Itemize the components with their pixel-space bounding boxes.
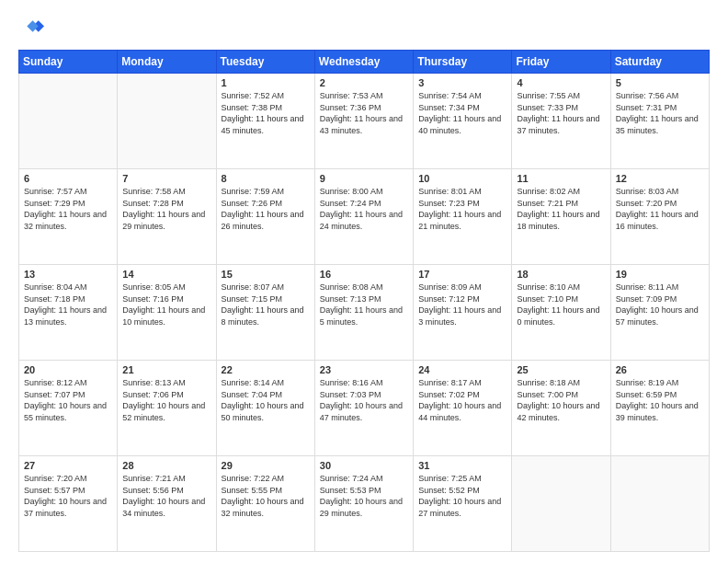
calendar-cell: 10Sunrise: 8:01 AM Sunset: 7:23 PM Dayli… (414, 169, 512, 265)
calendar-week-row: 13Sunrise: 8:04 AM Sunset: 7:18 PM Dayli… (19, 265, 710, 361)
calendar-cell: 22Sunrise: 8:14 AM Sunset: 7:04 PM Dayli… (216, 361, 314, 456)
day-number: 8 (222, 173, 310, 184)
day-number: 24 (418, 364, 506, 375)
day-number: 22 (222, 364, 310, 375)
day-number: 1 (222, 77, 310, 88)
day-info: Sunrise: 7:24 AM Sunset: 5:53 PM Dayligh… (320, 473, 408, 519)
calendar-cell: 7Sunrise: 7:58 AM Sunset: 7:28 PM Daylig… (118, 169, 216, 265)
day-number: 23 (320, 364, 408, 375)
day-number: 11 (517, 173, 605, 184)
day-number: 31 (418, 460, 506, 471)
calendar-header-row: SundayMondayTuesdayWednesdayThursdayFrid… (19, 51, 710, 74)
logo (18, 15, 48, 40)
day-info: Sunrise: 7:58 AM Sunset: 7:28 PM Dayligh… (122, 186, 210, 232)
day-info: Sunrise: 8:03 AM Sunset: 7:20 PM Dayligh… (616, 186, 704, 232)
calendar-cell: 31Sunrise: 7:25 AM Sunset: 5:52 PM Dayli… (414, 456, 512, 552)
day-info: Sunrise: 8:13 AM Sunset: 7:06 PM Dayligh… (122, 377, 210, 423)
day-number: 10 (418, 173, 506, 184)
day-of-week-header: Sunday (19, 51, 118, 74)
day-number: 16 (320, 269, 408, 280)
day-info: Sunrise: 7:57 AM Sunset: 7:29 PM Dayligh… (24, 186, 112, 232)
day-number: 20 (24, 364, 112, 375)
calendar-cell: 16Sunrise: 8:08 AM Sunset: 7:13 PM Dayli… (314, 265, 413, 361)
day-of-week-header: Saturday (610, 51, 709, 74)
day-number: 27 (24, 460, 112, 471)
calendar-week-row: 27Sunrise: 7:20 AM Sunset: 5:57 PM Dayli… (19, 456, 710, 552)
day-info: Sunrise: 8:07 AM Sunset: 7:15 PM Dayligh… (222, 282, 310, 327)
page: SundayMondayTuesdayWednesdayThursdayFrid… (0, 0, 728, 563)
day-number: 5 (616, 77, 704, 88)
logo-icon (18, 15, 44, 40)
calendar-cell: 20Sunrise: 8:12 AM Sunset: 7:07 PM Dayli… (19, 361, 118, 456)
day-info: Sunrise: 8:01 AM Sunset: 7:23 PM Dayligh… (418, 186, 506, 232)
day-number: 28 (122, 460, 210, 471)
calendar-week-row: 1Sunrise: 7:52 AM Sunset: 7:38 PM Daylig… (19, 74, 710, 169)
calendar-table: SundayMondayTuesdayWednesdayThursdayFrid… (18, 50, 710, 552)
day-of-week-header: Friday (512, 51, 610, 74)
day-info: Sunrise: 7:59 AM Sunset: 7:26 PM Dayligh… (222, 186, 310, 232)
day-number: 6 (24, 173, 112, 184)
day-info: Sunrise: 8:10 AM Sunset: 7:10 PM Dayligh… (517, 282, 605, 327)
day-info: Sunrise: 7:54 AM Sunset: 7:34 PM Dayligh… (418, 90, 506, 136)
day-number: 13 (24, 269, 112, 280)
day-info: Sunrise: 8:18 AM Sunset: 7:00 PM Dayligh… (517, 377, 605, 423)
calendar-cell: 26Sunrise: 8:19 AM Sunset: 6:59 PM Dayli… (610, 361, 709, 456)
day-of-week-header: Thursday (414, 51, 512, 74)
day-number: 26 (616, 364, 704, 375)
calendar-cell: 15Sunrise: 8:07 AM Sunset: 7:15 PM Dayli… (216, 265, 314, 361)
day-of-week-header: Tuesday (216, 51, 314, 74)
day-number: 25 (517, 364, 605, 375)
calendar-cell: 6Sunrise: 7:57 AM Sunset: 7:29 PM Daylig… (19, 169, 118, 265)
day-info: Sunrise: 8:16 AM Sunset: 7:03 PM Dayligh… (320, 377, 408, 423)
day-number: 15 (222, 269, 310, 280)
calendar-cell (610, 456, 709, 552)
calendar-cell: 17Sunrise: 8:09 AM Sunset: 7:12 PM Dayli… (414, 265, 512, 361)
calendar-cell: 4Sunrise: 7:55 AM Sunset: 7:33 PM Daylig… (512, 74, 610, 169)
day-number: 19 (616, 269, 704, 280)
day-number: 12 (616, 173, 704, 184)
calendar-cell: 23Sunrise: 8:16 AM Sunset: 7:03 PM Dayli… (314, 361, 413, 456)
day-of-week-header: Monday (118, 51, 216, 74)
calendar-cell: 8Sunrise: 7:59 AM Sunset: 7:26 PM Daylig… (216, 169, 314, 265)
calendar-cell: 13Sunrise: 8:04 AM Sunset: 7:18 PM Dayli… (19, 265, 118, 361)
calendar-cell: 12Sunrise: 8:03 AM Sunset: 7:20 PM Dayli… (610, 169, 709, 265)
day-of-week-header: Wednesday (314, 51, 413, 74)
calendar-cell (512, 456, 610, 552)
day-number: 3 (418, 77, 506, 88)
day-info: Sunrise: 7:52 AM Sunset: 7:38 PM Dayligh… (222, 90, 310, 136)
day-info: Sunrise: 8:02 AM Sunset: 7:21 PM Dayligh… (517, 186, 605, 232)
calendar-cell: 11Sunrise: 8:02 AM Sunset: 7:21 PM Dayli… (512, 169, 610, 265)
calendar-cell: 25Sunrise: 8:18 AM Sunset: 7:00 PM Dayli… (512, 361, 610, 456)
calendar-week-row: 6Sunrise: 7:57 AM Sunset: 7:29 PM Daylig… (19, 169, 710, 265)
day-number: 29 (222, 460, 310, 471)
day-info: Sunrise: 8:11 AM Sunset: 7:09 PM Dayligh… (616, 282, 704, 327)
day-info: Sunrise: 7:20 AM Sunset: 5:57 PM Dayligh… (24, 473, 112, 519)
day-info: Sunrise: 7:25 AM Sunset: 5:52 PM Dayligh… (418, 473, 506, 519)
day-info: Sunrise: 8:19 AM Sunset: 6:59 PM Dayligh… (616, 377, 704, 423)
calendar-cell: 19Sunrise: 8:11 AM Sunset: 7:09 PM Dayli… (610, 265, 709, 361)
day-info: Sunrise: 8:08 AM Sunset: 7:13 PM Dayligh… (320, 282, 408, 327)
calendar-cell: 30Sunrise: 7:24 AM Sunset: 5:53 PM Dayli… (314, 456, 413, 552)
day-number: 17 (418, 269, 506, 280)
day-number: 4 (517, 77, 605, 88)
day-info: Sunrise: 8:00 AM Sunset: 7:24 PM Dayligh… (320, 186, 408, 232)
day-number: 21 (122, 364, 210, 375)
calendar-cell: 28Sunrise: 7:21 AM Sunset: 5:56 PM Dayli… (118, 456, 216, 552)
day-info: Sunrise: 7:22 AM Sunset: 5:55 PM Dayligh… (222, 473, 310, 519)
calendar-cell: 1Sunrise: 7:52 AM Sunset: 7:38 PM Daylig… (216, 74, 314, 169)
day-number: 7 (122, 173, 210, 184)
calendar-cell: 27Sunrise: 7:20 AM Sunset: 5:57 PM Dayli… (19, 456, 118, 552)
calendar-cell: 21Sunrise: 8:13 AM Sunset: 7:06 PM Dayli… (118, 361, 216, 456)
day-number: 2 (320, 77, 408, 88)
day-info: Sunrise: 8:12 AM Sunset: 7:07 PM Dayligh… (24, 377, 112, 423)
calendar-cell: 29Sunrise: 7:22 AM Sunset: 5:55 PM Dayli… (216, 456, 314, 552)
day-info: Sunrise: 7:56 AM Sunset: 7:31 PM Dayligh… (616, 90, 704, 136)
day-number: 14 (122, 269, 210, 280)
calendar-cell: 9Sunrise: 8:00 AM Sunset: 7:24 PM Daylig… (314, 169, 413, 265)
day-info: Sunrise: 8:04 AM Sunset: 7:18 PM Dayligh… (24, 282, 112, 327)
day-info: Sunrise: 8:17 AM Sunset: 7:02 PM Dayligh… (418, 377, 506, 423)
day-number: 18 (517, 269, 605, 280)
day-info: Sunrise: 8:09 AM Sunset: 7:12 PM Dayligh… (418, 282, 506, 327)
header (18, 15, 710, 40)
day-info: Sunrise: 7:21 AM Sunset: 5:56 PM Dayligh… (122, 473, 210, 519)
